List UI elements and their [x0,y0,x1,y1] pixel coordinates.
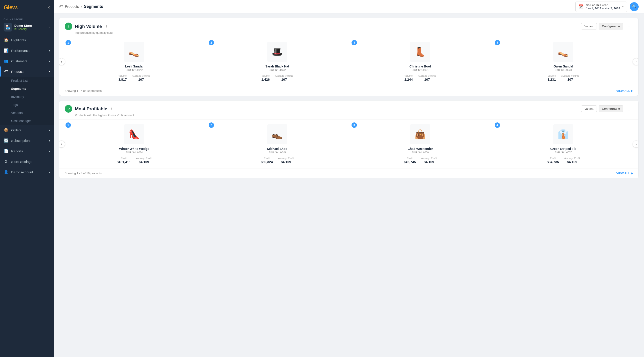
carousel-next-button[interactable]: › [632,58,639,65]
product-item[interactable]: 2 🎩 Sarah Black Hat SKU: SKU0022 Volume … [206,37,349,86]
view-all-link[interactable]: VIEW ALL ▶ [616,172,633,175]
product-image: 👞 [267,124,287,144]
segment-controls: VariantConfigurable ⋮ [581,105,633,112]
stat-group: Volume 1,426 [262,74,270,81]
sidebar-item-segments[interactable]: Segments [0,85,54,93]
breadcrumb-separator: › [81,4,82,9]
expand-icon: ▾ [49,139,50,142]
stat-value: $4,109 [421,160,437,164]
sidebar-item-product-list[interactable]: Product List [0,77,54,85]
stat-label: Average Profit [136,157,152,159]
product-rank: 1 [66,40,71,45]
stat-label: Average Profit [564,157,580,159]
segment-subtitle: Top products by quantity sold. [64,31,113,34]
sidebar-item-subscriptions[interactable]: 🔄 Subscriptions ▾ [0,135,54,146]
sidebar-item-highlights[interactable]: 🏠 Highlights [0,35,54,45]
stat-value: $34,735 [547,160,559,164]
store-expand-icon: › [49,26,50,29]
sidebar-item-label: Reports [11,149,23,153]
sidebar-item-reports[interactable]: 📄 Reports ▾ [0,146,54,156]
product-rank: 1 [66,122,71,128]
date-label: So Far This Year [586,3,620,7]
product-item[interactable]: 4 👡 Gwen Sandal SKU: SKU0038 Volume 1,23… [492,37,635,86]
app-logo: Glew. [4,4,18,11]
stat-label: Volume [548,74,556,77]
stat-value: 1,231 [548,77,556,81]
toggle-configurable[interactable]: Configurable [598,105,623,112]
toggle-variant[interactable]: Variant [581,105,597,112]
segment-subtitle: Products with the highest Gross Profit a… [64,113,135,117]
breadcrumb-parent[interactable]: Products [65,5,79,9]
segment-header: ↗ Most Profitable ℹ Products with the hi… [59,100,638,119]
date-range: Jan 1, 2018 – Nov 2, 2018 [586,7,620,10]
stat-group: Average Profit $4,109 [421,157,437,164]
product-stats: Profit $60,324 Average Profit $4,109 [210,157,345,164]
product-sku: SKU: SKU0030 [412,151,429,154]
product-item[interactable]: 3 👜 Chad Weekender SKU: SKU0030 Profit $… [349,120,492,168]
sidebar-item-demo-account[interactable]: 👤 Demo Account ▴ [0,167,54,177]
sidebar-item-products[interactable]: 🏷 Products ▴ [0,66,54,77]
expand-icon: ▾ [49,49,50,52]
stat-group: Average Volume 107 [275,74,293,81]
product-sku: SKU: SKU0031 [412,69,429,71]
view-all-link[interactable]: VIEW ALL ▶ [616,89,633,92]
nav-list: 🏠 Highlights 📊 Performance ▾ 👥 Customers… [0,35,54,177]
sidebar-item-tags[interactable]: Tags [0,101,54,109]
product-rank: 4 [495,122,500,128]
more-options-button[interactable]: ⋮ [625,22,633,30]
sidebar-item-performance[interactable]: 📊 Performance ▾ [0,45,54,56]
product-item[interactable]: 4 👔 Green Striped Tie SKU: SKU0037 Profi… [492,120,635,168]
calendar-icon: 📅 [579,4,584,9]
product-item[interactable]: 1 👠 Winter White Wedge SKU: SKU0024 Prof… [63,120,206,168]
toggle-configurable[interactable]: Configurable [598,23,623,29]
products-breadcrumb-icon: 🏷 [59,4,63,9]
sidebar-item-orders[interactable]: 📦 Orders ▾ [0,125,54,135]
stat-label: Profit [404,157,416,159]
page-content: ↑ High Volume ℹ Top products by quantity… [54,13,644,357]
stat-group: Volume 3,817 [118,74,127,81]
performance-icon: 📊 [4,48,8,53]
breadcrumb-current: Segments [84,4,103,9]
product-rank: 2 [209,122,214,128]
sidebar-item-label: Performance [11,49,30,52]
sidebar-item-inventory[interactable]: Inventory [0,93,54,101]
search-button[interactable]: 🔍 [630,2,639,11]
store-name: Demo Store [14,24,32,27]
stat-label: Average Volume [561,74,580,77]
segment-up-icon: ↗ [64,105,72,113]
toggle-variant[interactable]: Variant [581,23,597,29]
stat-value: $4,109 [278,160,294,164]
product-item[interactable]: 3 👢 Christine Boot SKU: SKU0031 Volume 1… [349,37,492,86]
product-item[interactable]: 1 👡 Lesli Sandal SKU: SKU0042 Volume 3,8… [63,37,206,86]
store-platform: 🛍 Shopify [14,27,32,31]
date-filter[interactable]: 📅 So Far This Year Jan 1, 2018 – Nov 2, … [575,1,627,12]
store-info[interactable]: 🏪 Demo Store 🛍 Shopify › [4,23,50,31]
shopify-icon: 🛍 [14,27,17,31]
sidebar-item-customers[interactable]: 👥 Customers ▾ [0,56,54,66]
sidebar-item-label: Highlights [11,38,26,42]
close-icon[interactable]: ✕ [47,5,50,9]
expand-icon: ▴ [49,70,50,73]
product-stats: Volume 1,244 Average Volume 107 [352,74,488,81]
product-item[interactable]: 2 👞 Michael Shoe SKU: SKU0045 Profit $60… [206,120,349,168]
more-options-button[interactable]: ⋮ [625,105,633,112]
chevron-down-icon: ▾ [622,5,624,8]
stat-group: Profit $131,411 [117,157,131,164]
carousel-next-button[interactable]: › [632,140,639,148]
store-avatar: 🏪 [4,23,12,31]
stat-group: Volume 1,231 [548,74,556,81]
expand-icon: ▾ [49,60,50,63]
sidebar-item-vendors[interactable]: Vendors [0,109,54,117]
stat-label: Profit [117,157,131,159]
stat-value: $60,324 [261,160,273,164]
product-sku: SKU: SKU0042 [126,69,143,71]
product-name: Gwen Sandal [554,64,573,68]
info-icon[interactable]: ℹ [106,24,107,28]
stat-label: Average Profit [421,157,437,159]
sidebar-item-store-settings[interactable]: ⚙ Store Settings [0,156,54,167]
info-icon[interactable]: ℹ [111,107,112,111]
stat-value: $4,109 [564,160,580,164]
stat-value: 107 [418,77,436,81]
demo-account-icon: 👤 [4,170,8,174]
sidebar-item-cost-manager[interactable]: Cost Manager [0,117,54,125]
